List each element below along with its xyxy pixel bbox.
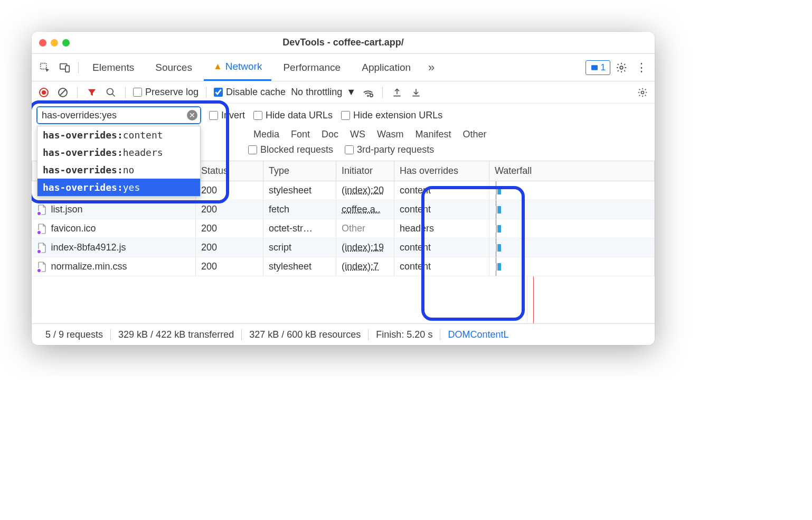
autocomplete-option[interactable]: has-overrides:headers	[37, 144, 200, 161]
initiator-link[interactable]: coffee.a..	[342, 204, 381, 215]
type-filter-doc[interactable]: Doc	[322, 129, 338, 140]
initiator-link[interactable]: (index):20	[342, 185, 384, 196]
svg-point-4	[620, 66, 623, 69]
table-row[interactable]: favicon.ico200octet-str…Otherheaders	[32, 219, 655, 238]
table-row[interactable]: index-8bfa4912.js200script(index):19cont…	[32, 238, 655, 257]
disable-cache-checkbox[interactable]: Disable cache	[214, 87, 286, 98]
settings-icon[interactable]	[612, 59, 630, 77]
autocomplete-option[interactable]: has-overrides:no	[37, 161, 200, 179]
type-filter-ws[interactable]: WS	[350, 129, 365, 140]
type-filter-wasm[interactable]: Wasm	[377, 129, 403, 140]
svg-line-10	[112, 94, 115, 96]
cell-type: stylesheet	[263, 181, 336, 200]
table-row[interactable]: normalize.min.css200stylesheet(index):7c…	[32, 257, 655, 276]
svg-point-9	[107, 88, 114, 95]
filter-input[interactable]	[37, 107, 201, 124]
file-name: favicon.ico	[51, 223, 96, 234]
clear-icon[interactable]	[56, 86, 70, 99]
tab-network[interactable]: ▲ Network	[204, 54, 272, 81]
record-icon[interactable]	[37, 86, 51, 99]
file-name: list.json	[51, 204, 83, 215]
upload-har-icon[interactable]	[390, 86, 404, 99]
chevron-down-icon: ▼	[346, 87, 356, 98]
cell-status: 200	[196, 200, 263, 219]
svg-point-11	[367, 95, 369, 96]
clear-filter-icon[interactable]: ✕	[187, 110, 197, 120]
status-finish: Finish: 5.20 s	[369, 329, 440, 340]
close-window-button[interactable]	[39, 39, 46, 47]
cell-initiator: (index):19	[336, 238, 394, 257]
file-icon	[37, 262, 47, 272]
cell-waterfall	[489, 219, 655, 238]
file-name: normalize.min.css	[51, 261, 127, 272]
cell-status: 200	[196, 238, 263, 257]
cell-status: 200	[196, 257, 263, 276]
type-filter-other[interactable]: Other	[462, 129, 486, 140]
type-filter-manifest[interactable]: Manifest	[415, 129, 451, 140]
hide-data-urls-checkbox[interactable]: Hide data URLs	[253, 110, 333, 121]
status-resources: 327 kB / 600 kB resources	[242, 329, 369, 340]
tab-sources[interactable]: Sources	[146, 54, 202, 81]
tab-elements[interactable]: Elements	[83, 54, 144, 81]
column-has-overrides[interactable]: Has overrides	[394, 161, 489, 181]
invert-checkbox[interactable]: Invert	[209, 110, 245, 121]
column-waterfall[interactable]: Waterfall	[489, 161, 655, 181]
override-dot-icon	[36, 211, 42, 216]
svg-rect-3	[591, 65, 598, 70]
initiator-link[interactable]: (index):19	[342, 242, 384, 253]
filter-bar: ✕ has-overrides:contenthas-overrides:hea…	[32, 104, 655, 127]
network-conditions-icon[interactable]	[361, 86, 375, 99]
svg-point-12	[370, 94, 373, 97]
kebab-menu-icon[interactable]: ⋮	[632, 59, 650, 77]
device-toggle-icon[interactable]	[56, 59, 74, 77]
cell-overrides: content	[394, 257, 489, 276]
cell-type: stylesheet	[263, 257, 336, 276]
cell-type: script	[263, 238, 336, 257]
filter-icon[interactable]	[85, 86, 99, 99]
preserve-log-checkbox[interactable]: Preserve log	[133, 87, 199, 98]
tab-performance[interactable]: Performance	[273, 54, 350, 81]
file-icon	[37, 224, 47, 234]
download-har-icon[interactable]	[409, 86, 423, 99]
type-filter-font[interactable]: Font	[291, 129, 310, 140]
column-type[interactable]: Type	[263, 161, 336, 181]
table-row[interactable]: list.json200fetchcoffee.a..content	[32, 200, 655, 219]
main-tabs: Elements Sources ▲ Network Performance A…	[32, 54, 655, 81]
cell-waterfall	[489, 181, 655, 200]
search-icon[interactable]	[104, 86, 118, 99]
filter-input-wrap: ✕ has-overrides:contenthas-overrides:hea…	[37, 107, 201, 124]
column-status[interactable]: Status	[196, 161, 263, 181]
throttling-select[interactable]: No throttling ▼	[291, 87, 356, 98]
file-icon	[37, 205, 47, 215]
maximize-window-button[interactable]	[62, 39, 70, 47]
blocked-requests-checkbox[interactable]: Blocked requests	[248, 144, 333, 155]
cell-overrides: headers	[394, 219, 489, 238]
table-empty-area	[32, 276, 655, 324]
hide-extension-urls-checkbox[interactable]: Hide extension URLs	[341, 110, 442, 121]
autocomplete-option[interactable]: has-overrides:content	[37, 126, 200, 144]
type-filter-media[interactable]: Media	[253, 129, 279, 140]
status-dcl: DOMContentL	[440, 329, 516, 340]
column-initiator[interactable]: Initiator	[336, 161, 394, 181]
cell-initiator: (index):7	[336, 257, 394, 276]
more-tabs-icon[interactable]: »	[422, 59, 440, 77]
file-icon	[37, 243, 47, 253]
file-name: index-8bfa4912.js	[51, 242, 126, 253]
minimize-window-button[interactable]	[51, 39, 58, 47]
cell-waterfall	[489, 257, 655, 276]
cell-initiator: (index):20	[336, 181, 394, 200]
window-controls	[39, 39, 70, 47]
initiator-link[interactable]: (index):7	[342, 261, 379, 272]
network-settings-icon[interactable]	[636, 86, 649, 99]
devtools-window: DevTools - coffee-cart.app/ Elements Sou…	[32, 32, 655, 345]
third-party-checkbox[interactable]: 3rd-party requests	[345, 144, 434, 155]
autocomplete-option[interactable]: has-overrides:yes	[37, 179, 200, 196]
cell-overrides: content	[394, 181, 489, 200]
svg-point-13	[641, 91, 644, 94]
tab-application[interactable]: Application	[352, 54, 420, 81]
override-dot-icon	[36, 249, 42, 254]
status-bar: 5 / 9 requests 329 kB / 422 kB transferr…	[32, 324, 655, 345]
svg-line-8	[60, 89, 66, 96]
issues-badge[interactable]: 1	[586, 60, 610, 75]
inspect-icon[interactable]	[36, 59, 54, 77]
